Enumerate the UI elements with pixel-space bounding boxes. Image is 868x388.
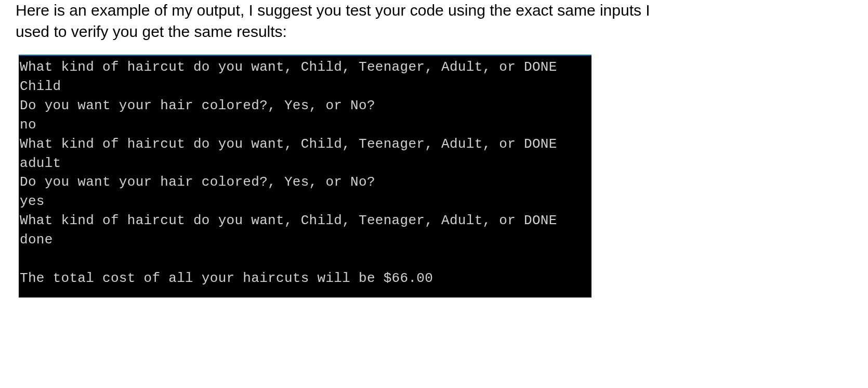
console-line: The total cost of all your haircuts will… [20, 269, 590, 288]
console-line: adult [20, 154, 590, 173]
console-line: done [20, 230, 590, 250]
console-output: What kind of haircut do you want, Child,… [19, 55, 591, 298]
console-line: Do you want your hair colored?, Yes, or … [20, 173, 590, 192]
console-line: no [20, 115, 590, 135]
console-line: What kind of haircut do you want, Child,… [20, 58, 590, 77]
instruction-line-1: Here is an example of my output, I sugge… [16, 2, 650, 19]
console-blank-line [20, 250, 590, 269]
console-line: yes [20, 192, 590, 211]
console-line: What kind of haircut do you want, Child,… [20, 135, 590, 154]
instruction-block: Here is an example of my output, I sugge… [0, 0, 868, 55]
console-line: What kind of haircut do you want, Child,… [20, 211, 590, 230]
console-line: Do you want your hair colored?, Yes, or … [20, 96, 590, 115]
console-line: Child [20, 77, 590, 96]
instruction-line-2: used to verify you get the same results: [16, 23, 287, 40]
